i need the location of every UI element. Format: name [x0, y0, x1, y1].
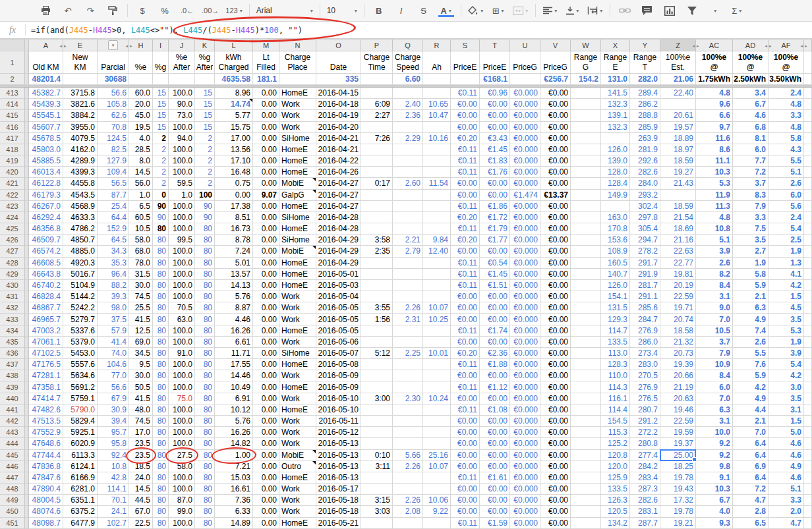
cell-I413[interactable]: 15	[153, 88, 169, 99]
cell-O424[interactable]: 2016-04-28	[316, 212, 361, 223]
cell-J415[interactable]: 73.0	[169, 110, 195, 121]
cell-T441[interactable]: €1.08	[480, 404, 510, 416]
cell-H428[interactable]: 78.0	[129, 258, 153, 269]
field-header-W[interactable]: Range G	[571, 51, 601, 74]
cell-S418[interactable]: €0.11	[451, 144, 480, 155]
cell-AD444[interactable]: 6.4	[733, 438, 768, 449]
cell-S442[interactable]: €0.00	[451, 416, 480, 427]
cell-Q432[interactable]: 2.26	[393, 302, 423, 314]
cell-AF434[interactable]: 5.3	[768, 325, 804, 337]
row-header-415[interactable]: 415	[0, 110, 25, 121]
cell-A418[interactable]: 45803.0	[29, 144, 63, 155]
cell-W450[interactable]	[571, 506, 601, 517]
cell-W435[interactable]	[571, 337, 601, 348]
cell-AF439[interactable]: 3.0	[768, 381, 804, 393]
cell-H442[interactable]: 74.5	[129, 416, 153, 427]
cell-P447[interactable]	[361, 472, 393, 484]
cell-L417[interactable]: 17.00	[215, 133, 253, 144]
cell-X448[interactable]: 133.5	[601, 484, 630, 495]
cell-AD448[interactable]: 7.2	[733, 484, 768, 495]
cell-S433[interactable]: €0.00	[451, 314, 480, 325]
cell-O445[interactable]: 2016-05-13	[316, 450, 361, 461]
cell-L440[interactable]: 6.91	[215, 393, 253, 404]
cell-S436[interactable]: €0.20	[451, 348, 480, 359]
cell-I428[interactable]: 80	[153, 258, 169, 269]
cell-P413[interactable]	[361, 88, 393, 99]
cell-R430[interactable]	[423, 280, 451, 291]
cell-AF446[interactable]: 4.9	[768, 461, 804, 472]
cell-S443[interactable]: €0.00	[451, 427, 480, 438]
cell-T417[interactable]: €3.43	[480, 133, 510, 144]
field-header-T[interactable]: PriceE	[480, 51, 510, 74]
cell-A413[interactable]: 45382.7	[29, 88, 63, 99]
cell-V416[interactable]: €0.00	[540, 122, 571, 133]
cell-J419[interactable]: 100.0	[169, 155, 195, 167]
cell-L437[interactable]: 17.55	[215, 359, 253, 370]
cell-AF438[interactable]: 4.2	[768, 370, 804, 381]
cell-R416[interactable]	[423, 122, 451, 133]
cell-Q2[interactable]: 6.60	[393, 74, 423, 85]
text-wrap-button[interactable]: ▾	[585, 3, 606, 18]
cell-W436[interactable]	[571, 348, 601, 359]
cell-P432[interactable]: 3:55	[361, 302, 393, 314]
cell-I430[interactable]: 80	[153, 280, 169, 291]
cell-E441[interactable]: 5790.0	[63, 404, 98, 416]
cell-O427[interactable]: 2016-04-29	[316, 246, 361, 257]
cell-F443[interactable]: 95.7	[98, 427, 129, 438]
field-header-K[interactable]: %g After	[195, 51, 215, 74]
cell-AF421[interactable]: 2.6	[768, 178, 804, 189]
cell-X433[interactable]: 129.3	[601, 314, 630, 325]
cell-K426[interactable]: 80	[195, 235, 215, 246]
cell-F436[interactable]: 74.0	[98, 348, 129, 359]
cell-Y445[interactable]: 277.4	[630, 450, 660, 461]
cell-L425[interactable]: 16.73	[215, 223, 253, 235]
cell-M441[interactable]: 0.00	[253, 404, 279, 416]
cell-N427[interactable]: MobiE	[279, 246, 316, 257]
column-header-X[interactable]: X	[601, 40, 630, 51]
cell-U433[interactable]: €0.000	[510, 314, 540, 325]
cell-L438[interactable]: 14.46	[215, 370, 253, 381]
cell-T423[interactable]: €1.86	[480, 201, 510, 212]
column-header-J[interactable]: J	[169, 40, 195, 51]
cell-AF448[interactable]: 5.1	[768, 484, 804, 495]
cell-AD430[interactable]: 5.9	[733, 280, 768, 291]
cell-E449[interactable]: 6351.1	[63, 495, 98, 506]
cell-AC435[interactable]: 3.7	[696, 337, 733, 348]
cell-J425[interactable]: 100.0	[169, 223, 195, 235]
cell-F435[interactable]: 41.4	[98, 337, 129, 348]
cell-U442[interactable]: €0.000	[510, 416, 540, 427]
horizontal-align-button[interactable]: ▾	[540, 3, 561, 18]
cell-AF428[interactable]: 1.3	[768, 258, 804, 269]
cell-N448[interactable]: Work	[279, 484, 316, 495]
cell-N439[interactable]: HomeE	[279, 381, 316, 393]
cell-F423[interactable]: 25.4	[98, 201, 129, 212]
cell-L429[interactable]: 13.57	[215, 269, 253, 280]
cell-N2[interactable]	[279, 74, 316, 85]
cell-T440[interactable]: €0.00	[480, 393, 510, 404]
cell-I418[interactable]: 2	[153, 144, 169, 155]
cell-K418[interactable]: 2	[195, 144, 215, 155]
cell-Z427[interactable]: 22.63	[660, 246, 696, 257]
cell-Y425[interactable]: 305.4	[630, 223, 660, 235]
row-header-428[interactable]: 428	[0, 258, 25, 269]
text-color-button[interactable]: A▾	[436, 3, 457, 18]
cell-T443[interactable]: €0.00	[480, 427, 510, 438]
fill-color-button[interactable]: ▾	[465, 3, 486, 18]
cell-U445[interactable]: €0.000	[510, 450, 540, 461]
cell-AD413[interactable]: 3.4	[733, 88, 768, 99]
cell-E442[interactable]: 5829.4	[63, 416, 98, 427]
row-header-425[interactable]: 425	[0, 223, 25, 235]
cell-L451[interactable]: 14.89	[215, 518, 253, 529]
cell-E444[interactable]: 6020.9	[63, 438, 98, 449]
comment-marker-icon[interactable]	[312, 178, 316, 181]
cell-I2[interactable]	[153, 74, 169, 85]
cell-X415[interactable]: 139.1	[601, 110, 630, 121]
cell-M418[interactable]: 0.00	[253, 144, 279, 155]
cell-V418[interactable]: €0.00	[540, 144, 571, 155]
cell-AD439[interactable]: 4.2	[733, 381, 768, 393]
cell-Q448[interactable]	[393, 484, 423, 495]
cell-N430[interactable]: HomeE	[279, 280, 316, 291]
row-header-413[interactable]: 413	[0, 88, 25, 99]
cell-F433[interactable]: 37.5	[98, 314, 129, 325]
cell-Y2[interactable]: 282.0	[630, 74, 660, 85]
